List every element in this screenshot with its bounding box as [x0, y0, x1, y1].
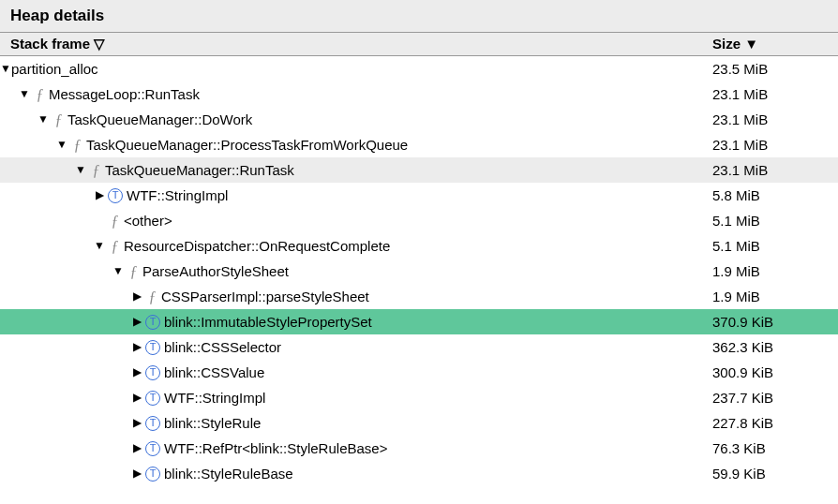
row-label: ▼ƒResourceDispatcher::OnRequestComplete [0, 233, 712, 259]
row-size: 362.3 KiB [712, 334, 838, 360]
row-label: ▼ƒTaskQueueManager::RunTask [0, 157, 712, 183]
tree-row[interactable]: ▶Tblink::StyleRule227.8 KiB [0, 410, 838, 436]
row-name: blink::StyleRule [164, 410, 261, 436]
row-name: CSSParserImpl::parseStyleSheet [161, 284, 369, 309]
row-label: ▶ƒ<other> [0, 208, 712, 233]
row-name: blink::ImmutableStylePropertySet [164, 309, 372, 334]
tree-row[interactable]: ▶Tblink::StyleRuleBase59.9 KiB [0, 461, 838, 486]
row-label: ▼ƒTaskQueueManager::ProcessTaskFromWorkQ… [0, 132, 712, 157]
expand-right-icon[interactable]: ▶ [131, 334, 142, 360]
function-icon: ƒ [89, 157, 103, 183]
row-label: ▼partition_alloc [0, 56, 712, 82]
tree-row[interactable]: ▶TWTF::StringImpl237.7 KiB [0, 385, 838, 410]
row-size: 23.1 MiB [712, 107, 838, 132]
row-name: TaskQueueManager::ProcessTaskFromWorkQue… [86, 132, 408, 157]
row-name: <other> [124, 208, 172, 233]
row-size: 5.8 MiB [712, 183, 838, 208]
tree-row[interactable]: ▼partition_alloc23.5 MiB [0, 56, 838, 82]
row-label: ▶ƒCSSParserImpl::parseStyleSheet [0, 284, 712, 309]
type-icon: T [145, 340, 160, 355]
expand-right-icon[interactable]: ▶ [131, 461, 142, 486]
column-headers: Stack frame ▽ Size ▼ [0, 33, 838, 56]
expand-right-icon[interactable]: ▶ [131, 309, 142, 334]
row-label: ▶Tblink::ImmutableStylePropertySet [0, 309, 712, 334]
tree-row[interactable]: ▶ƒCSSParserImpl::parseStyleSheet1.9 MiB [0, 284, 838, 309]
type-icon: T [145, 365, 160, 380]
heap-tree: ▼partition_alloc23.5 MiB▼ƒMessageLoop::R… [0, 56, 838, 486]
row-size: 1.9 MiB [712, 259, 838, 284]
row-size: 23.1 MiB [712, 157, 838, 183]
row-name: partition_alloc [11, 56, 98, 82]
row-name: TaskQueueManager::DoWork [67, 107, 252, 132]
row-size: 237.7 KiB [712, 385, 838, 410]
tree-row[interactable]: ▼ƒTaskQueueManager::ProcessTaskFromWorkQ… [0, 132, 838, 157]
expand-right-icon[interactable]: ▶ [131, 436, 142, 461]
row-label: ▼ƒMessageLoop::RunTask [0, 82, 712, 107]
row-size: 5.1 MiB [712, 233, 838, 259]
type-icon: T [108, 188, 123, 203]
tree-row[interactable]: ▶Tblink::ImmutableStylePropertySet370.9 … [0, 309, 838, 334]
row-name: blink::StyleRuleBase [164, 461, 293, 486]
expand-down-icon[interactable]: ▼ [75, 157, 86, 183]
row-size: 300.9 KiB [712, 360, 838, 385]
type-icon: T [145, 416, 160, 431]
function-icon: ƒ [145, 284, 159, 309]
row-size: 23.1 MiB [712, 82, 838, 107]
row-label: ▶Tblink::StyleRuleBase [0, 461, 712, 486]
row-name: WTF::StringImpl [127, 183, 228, 208]
row-size: 370.9 KiB [712, 309, 838, 334]
expand-down-icon[interactable]: ▼ [0, 56, 11, 82]
row-size: 59.9 KiB [712, 461, 838, 486]
expand-down-icon[interactable]: ▼ [37, 107, 49, 132]
function-icon: ƒ [70, 132, 84, 157]
expand-right-icon[interactable]: ▶ [131, 385, 142, 410]
column-header-size[interactable]: Size ▼ [712, 33, 838, 55]
row-name: blink::CSSSelector [164, 334, 281, 360]
sort-desc-icon: ▽ [94, 36, 105, 52]
expand-down-icon[interactable]: ▼ [56, 132, 67, 157]
function-icon: ƒ [33, 82, 47, 107]
column-header-stack-frame[interactable]: Stack frame ▽ [0, 33, 712, 55]
row-name: TaskQueueManager::RunTask [105, 157, 294, 183]
expand-right-icon[interactable]: ▶ [131, 284, 142, 309]
function-icon: ƒ [52, 107, 66, 132]
expand-right-icon[interactable]: ▶ [94, 183, 105, 208]
tree-row[interactable]: ▼ƒParseAuthorStyleSheet1.9 MiB [0, 259, 838, 284]
tree-row[interactable]: ▶Tblink::CSSSelector362.3 KiB [0, 334, 838, 360]
tree-row[interactable]: ▶TWTF::RefPtr<blink::StyleRuleBase>76.3 … [0, 436, 838, 461]
row-label: ▶TWTF::StringImpl [0, 183, 712, 208]
type-icon: T [145, 467, 160, 482]
row-size: 227.8 KiB [712, 410, 838, 436]
type-icon: T [145, 391, 160, 406]
tree-row[interactable]: ▼ƒTaskQueueManager::RunTask23.1 MiB [0, 157, 838, 183]
row-label: ▼ƒTaskQueueManager::DoWork [0, 107, 712, 132]
row-name: WTF::StringImpl [164, 385, 265, 410]
expand-down-icon[interactable]: ▼ [19, 82, 30, 107]
column-header-name-text: Stack frame [10, 36, 90, 52]
tree-row[interactable]: ▼ƒMessageLoop::RunTask23.1 MiB [0, 82, 838, 107]
row-label: ▼ƒParseAuthorStyleSheet [0, 259, 712, 284]
expand-right-icon[interactable]: ▶ [131, 360, 142, 385]
tree-row[interactable]: ▶ƒ<other>5.1 MiB [0, 208, 838, 233]
row-name: MessageLoop::RunTask [49, 82, 200, 107]
expand-down-icon[interactable]: ▼ [112, 259, 124, 284]
row-label: ▶TWTF::StringImpl [0, 385, 712, 410]
function-icon: ƒ [108, 208, 122, 233]
column-header-size-text: Size [712, 36, 741, 52]
row-size: 23.5 MiB [712, 56, 838, 82]
tree-row[interactable]: ▶Tblink::CSSValue300.9 KiB [0, 360, 838, 385]
expand-right-icon[interactable]: ▶ [131, 410, 142, 436]
tree-row[interactable]: ▶TWTF::StringImpl5.8 MiB [0, 183, 838, 208]
tree-row[interactable]: ▼ƒResourceDispatcher::OnRequestComplete5… [0, 233, 838, 259]
expand-down-icon[interactable]: ▼ [94, 233, 105, 259]
panel-title: Heap details [0, 0, 838, 33]
row-label: ▶Tblink::CSSSelector [0, 334, 712, 360]
row-label: ▶TWTF::RefPtr<blink::StyleRuleBase> [0, 436, 712, 461]
row-name: ParseAuthorStyleSheet [142, 259, 289, 284]
tree-row[interactable]: ▼ƒTaskQueueManager::DoWork23.1 MiB [0, 107, 838, 132]
row-size: 76.3 KiB [712, 436, 838, 461]
type-icon: T [145, 441, 160, 456]
type-icon: T [145, 315, 160, 330]
row-name: ResourceDispatcher::OnRequestComplete [124, 233, 390, 259]
row-name: WTF::RefPtr<blink::StyleRuleBase> [164, 436, 387, 461]
